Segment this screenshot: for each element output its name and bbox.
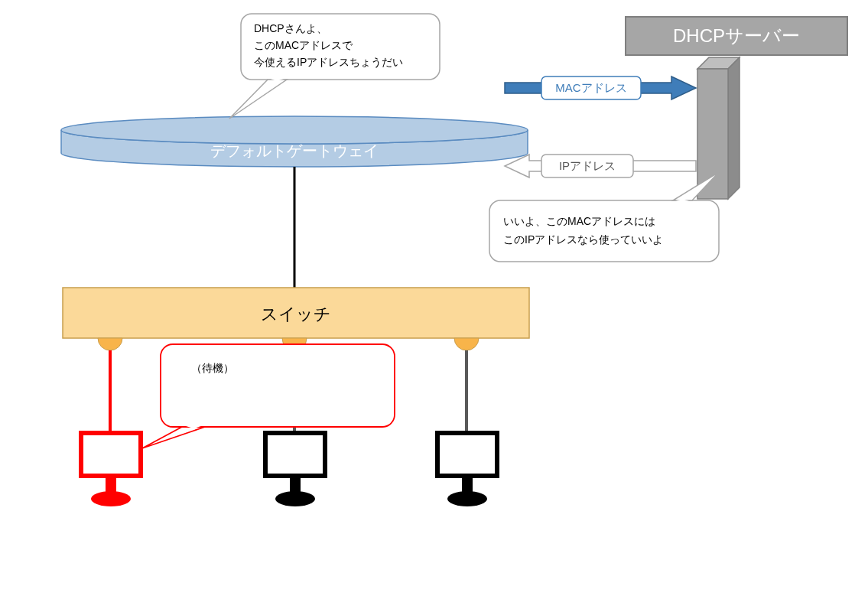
svg-rect-23	[462, 476, 473, 493]
svg-marker-10	[229, 80, 287, 119]
client-pc-2	[265, 433, 325, 506]
ip-address-label-box: IPアドレス	[541, 155, 633, 177]
svg-rect-22	[437, 433, 497, 476]
dhcp-server-box	[697, 57, 740, 199]
default-gateway: デフォルトゲートウェイ	[61, 116, 528, 167]
svg-rect-20	[290, 476, 301, 493]
gateway-request-line2: このMACアドレスで	[254, 39, 353, 51]
mac-address-label: MACアドレス	[555, 81, 626, 94]
server-reply-balloon: いいよ、このMACアドレスには このIPアドレスなら使っていいよ	[489, 172, 719, 262]
switch-port-3	[454, 338, 479, 350]
svg-point-18	[91, 491, 131, 506]
switch-box: スイッチ	[63, 288, 529, 338]
gateway-label: デフォルトゲートウェイ	[210, 142, 379, 159]
dhcp-server-title: DHCPサーバー	[673, 25, 800, 46]
gateway-request-balloon: DHCPさんよ、 このMACアドレスで 今使えるIPアドレスちょうだい	[229, 14, 440, 119]
dhcp-server-title-box: DHCPサーバー	[626, 17, 847, 55]
gateway-request-line3: 今使えるIPアドレスちょうだい	[254, 56, 403, 68]
svg-point-24	[447, 491, 487, 506]
server-reply-line2: このIPアドレスなら使っていいよ	[503, 233, 663, 246]
svg-marker-2	[728, 57, 740, 199]
svg-point-8	[61, 116, 528, 144]
svg-marker-26	[142, 427, 205, 448]
gateway-request-line1: DHCPさんよ、	[254, 22, 327, 34]
client-pc-1	[81, 433, 141, 506]
svg-rect-17	[106, 476, 116, 493]
client-pc-3	[437, 433, 497, 506]
svg-rect-25	[161, 344, 395, 427]
server-reply-line1: いいよ、このMACアドレスには	[503, 215, 655, 227]
svg-rect-16	[81, 433, 141, 476]
svg-point-21	[275, 491, 315, 506]
mac-address-label-box: MACアドレス	[541, 77, 641, 99]
svg-rect-12	[489, 200, 719, 262]
svg-rect-19	[265, 433, 325, 476]
switch-label: スイッチ	[261, 304, 331, 324]
switch-port-1	[98, 338, 122, 350]
client-wait-text: （待機）	[191, 362, 234, 374]
ip-address-label: IPアドレス	[559, 159, 616, 172]
